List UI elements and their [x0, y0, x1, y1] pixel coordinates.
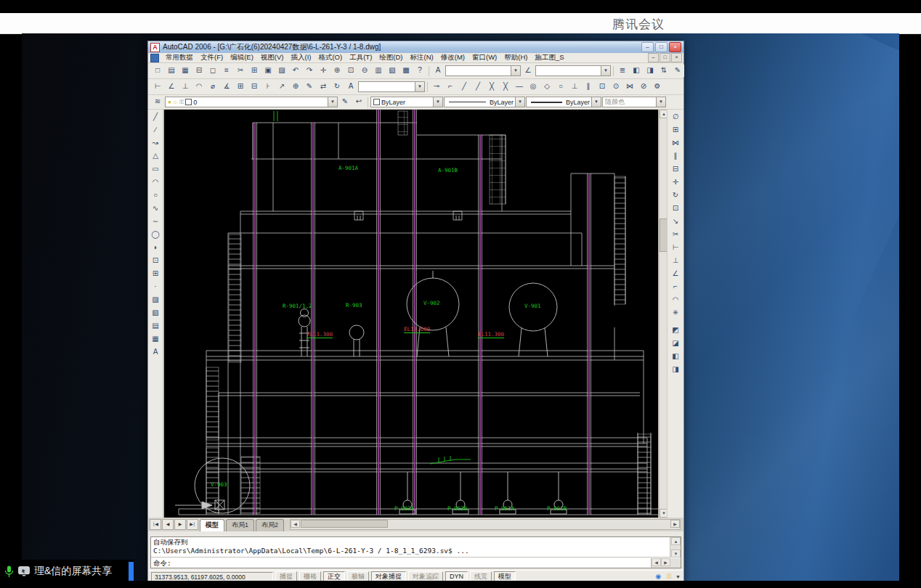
layer-lock-icon[interactable]: ⚿ [179, 99, 184, 106]
snap-tangent-icon[interactable]: ○ [554, 81, 567, 93]
toggle-grid[interactable]: 栅格 [299, 571, 321, 581]
title-bar[interactable]: A AutoCAD 2006 - [G:\广石化(6)20240427数据\6-… [148, 41, 683, 53]
tray-menu-arrow-icon[interactable]: ▼ [675, 574, 681, 579]
dim-diameter-icon[interactable]: ⌀ [206, 81, 219, 93]
toggle-snap[interactable]: 捕捉 [275, 571, 297, 581]
help-icon[interactable]: ? [413, 65, 426, 77]
block-editor-icon[interactable]: ◨ [644, 65, 657, 77]
plot-preview-icon[interactable]: ◻ [206, 65, 219, 77]
break-icon[interactable]: ∠ [669, 268, 683, 281]
snap-intersection-icon[interactable]: ╳ [485, 81, 498, 93]
layer-color-swatch[interactable] [185, 99, 192, 105]
layer-freeze-icon[interactable]: ☼ [173, 99, 178, 105]
snap-extension-icon[interactable]: — [513, 81, 526, 93]
line-icon[interactable]: ╱ [149, 111, 163, 124]
qnew-icon[interactable]: □ [151, 65, 164, 77]
layer-previous-icon[interactable]: ↩ [352, 96, 365, 108]
communication-center-icon[interactable]: ◉ [654, 572, 662, 581]
dim-style-combo[interactable]: ▼ [535, 65, 611, 76]
dim-angular-icon[interactable]: ∡ [220, 81, 233, 93]
insert-block-icon[interactable]: ⊡ [149, 255, 163, 268]
properties-palette-icon[interactable]: ▥ [372, 65, 385, 77]
command-prompt[interactable]: 命令: [151, 558, 670, 568]
snap-endpoint-icon[interactable]: ╱ [458, 81, 471, 93]
chamfer-icon[interactable]: ⌐ [669, 281, 683, 294]
snap-parallel-icon[interactable]: ∥ [582, 81, 595, 93]
dim-linear-icon[interactable]: ⊢ [151, 81, 164, 93]
layer-manager-icon[interactable]: ≋ [151, 96, 164, 108]
menu-item[interactable]: 修改(M) [437, 53, 468, 62]
snap-nearest-icon[interactable]: ⋈ [623, 81, 636, 93]
maximize-button[interactable]: □ [655, 42, 668, 52]
menu-item[interactable]: 施工图_S [531, 53, 567, 62]
tab-nav-1[interactable]: ◀ [162, 519, 174, 530]
layer-bulb-icon[interactable]: ● [168, 99, 171, 105]
hatch-icon[interactable]: ▨ [149, 294, 163, 307]
spline-icon[interactable]: ∼ [149, 216, 163, 229]
menu-item[interactable]: 插入(I) [287, 53, 315, 62]
paste-icon[interactable]: ▣ [261, 65, 275, 77]
plot-icon[interactable]: ⊟ [192, 65, 206, 77]
etransmit-icon[interactable]: ✎ [671, 65, 684, 77]
dim-update-icon[interactable]: ↻ [330, 81, 344, 93]
stretch-icon[interactable]: ↘ [669, 216, 683, 229]
zoom-realtime-icon[interactable]: ⊕ [330, 65, 344, 77]
undo-icon[interactable]: ↶ [289, 65, 302, 77]
menu-item[interactable]: 工具(T) [346, 53, 376, 62]
fillet-icon[interactable]: ◠ [669, 294, 683, 307]
menu-item[interactable]: 常用数据 [162, 53, 197, 62]
open-icon[interactable]: ▤ [165, 65, 178, 77]
polygon-icon[interactable]: △ [149, 150, 163, 163]
dim-ordinate-icon[interactable]: ⊥ [179, 81, 192, 93]
dim-quick-icon[interactable]: ⊞ [234, 81, 247, 93]
send-under-icon[interactable]: ◨ [669, 364, 683, 377]
chevron-down-icon[interactable]: ▼ [415, 82, 424, 91]
snap-center-icon[interactable]: ◎ [527, 81, 540, 93]
command-scrollbar[interactable]: ▲ ▼ [670, 537, 681, 558]
bring-to-front-icon[interactable]: ◩ [669, 324, 683, 338]
tab-layout2[interactable]: 布局2 [256, 519, 284, 531]
toggle-ortho[interactable]: 正交 [323, 571, 345, 581]
markup-set-icon[interactable]: ◧ [630, 65, 643, 77]
table-icon[interactable]: ▦ [149, 333, 163, 346]
menu-item[interactable]: 格式(O) [315, 53, 346, 62]
match-properties-icon[interactable]: ▨ [275, 65, 288, 77]
dim-text-edit-icon[interactable]: ⇄ [317, 81, 330, 93]
make-block-icon[interactable]: ⊞ [149, 268, 163, 281]
pan-icon[interactable]: ✛ [317, 65, 330, 77]
ellipse-icon[interactable]: ◯ [149, 229, 163, 242]
dim-tolerance-icon[interactable]: ⊕ [289, 81, 302, 93]
scroll-left-icon[interactable]: ◀ [652, 558, 661, 566]
snap-from-icon[interactable]: ⌐ [444, 81, 457, 93]
osnap-settings-icon[interactable]: ⚙ [651, 81, 664, 93]
dim-aligned-icon[interactable]: ∠ [165, 81, 178, 93]
linetype-combo[interactable]: ByLayer ▼ [444, 97, 525, 107]
snap-midpoint-icon[interactable]: ╱ [471, 81, 484, 93]
explode-icon[interactable]: ✳ [669, 307, 683, 320]
gradient-icon[interactable]: ▧ [149, 307, 163, 320]
snap-none-icon[interactable]: ⊘ [637, 81, 650, 93]
cut-icon[interactable]: ✂ [234, 65, 247, 77]
view-swap-icon[interactable]: ⇅ [657, 65, 670, 77]
toggle-otrack[interactable]: 对象追踪 [408, 571, 443, 581]
dim-continue-icon[interactable]: ⊦ [261, 81, 275, 93]
menu-item[interactable]: 帮助(H) [500, 53, 531, 62]
toggle-model[interactable]: 模型 [494, 571, 516, 581]
text-style-combo[interactable]: ▼ [445, 65, 521, 76]
toolbar-lock-icon[interactable]: ⚿ [665, 572, 673, 581]
arc-icon[interactable]: ◠ [149, 176, 163, 189]
chevron-down-icon[interactable]: ▼ [515, 97, 524, 107]
dim-style-icon[interactable]: ∠ [522, 65, 535, 77]
move-icon[interactable]: ✛ [669, 176, 683, 189]
dim-arc-icon[interactable]: ◠ [192, 81, 206, 93]
scroll-right-icon[interactable]: ▶ [661, 558, 670, 566]
scroll-left-icon[interactable]: ◀ [291, 520, 300, 528]
mdi-minimize-button[interactable]: – [648, 53, 659, 62]
mdi-close-button[interactable]: × [671, 53, 682, 62]
mirror-icon[interactable]: ⋈ [669, 137, 683, 150]
toggle-polar[interactable]: 极轴 [347, 571, 369, 581]
trim-icon[interactable]: ✂ [669, 229, 683, 242]
scroll-up-icon[interactable]: ▲ [671, 537, 681, 545]
mdi-restore-button[interactable]: □ [660, 53, 670, 62]
toggle-dyn[interactable]: DYN [445, 571, 468, 581]
